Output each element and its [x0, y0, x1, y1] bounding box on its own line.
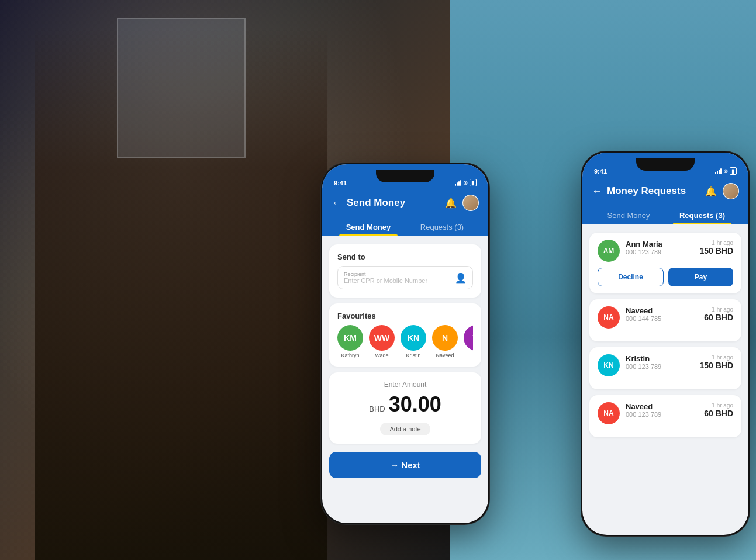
- request-item-naveed1: NA Naveed 000 144 785 1 hr ago 60 BHD: [589, 299, 741, 341]
- req-meta-naveed1: 1 hr ago 60 BHD: [704, 306, 733, 322]
- notification-icon[interactable]: 🔔: [445, 198, 457, 209]
- fav-item-w[interactable]: W W: [464, 325, 473, 358]
- request-item-naveed2: NA Naveed 000 123 789 1 hr ago 60 BHD: [589, 395, 741, 437]
- req-meta-naveed2: 1 hr ago 60 BHD: [704, 402, 733, 418]
- person-icon: 👤: [455, 272, 467, 284]
- amount-currency: BHD: [369, 405, 385, 413]
- phone1-time: 9:41: [334, 179, 347, 186]
- phone2-content: AM Ann Maria 000 123 789 1 hr ago 150 BH…: [582, 224, 748, 535]
- battery-icon2: ▮: [730, 167, 737, 175]
- fav-avatar-km: KM: [337, 325, 363, 351]
- req-time-ann: 1 hr ago: [699, 240, 733, 246]
- req-actions-ann: Decline Pay: [598, 268, 733, 286]
- avatar-image: [463, 195, 478, 210]
- wifi-icon: ⊗: [463, 179, 468, 186]
- request-top-naveed1: NA Naveed 000 144 785 1 hr ago 60 BHD: [598, 306, 733, 329]
- req-number-naveed1: 000 144 785: [626, 315, 698, 322]
- phone2-status-icons: ⊗ ▮: [715, 167, 737, 175]
- phone1-tabs: Send Money Requests (3): [322, 218, 488, 236]
- req-name-naveed2: Naveed: [626, 402, 698, 411]
- req-info-naveed1: Naveed 000 144 785: [626, 306, 698, 322]
- add-note-button[interactable]: Add a note: [380, 423, 430, 435]
- recipient-input-container[interactable]: Recipient Enter CPR or Mobile Number 👤: [337, 266, 473, 289]
- req-meta-kristin: 1 hr ago 150 BHD: [699, 354, 733, 370]
- phone2-header: ← Money Requests 🔔: [582, 178, 748, 206]
- phone1-header-right: 🔔: [445, 195, 479, 211]
- phone1-frame: 9:41 ⊗ ▮ ← Send Money: [320, 163, 490, 525]
- request-top-kristin: KN Kristin 000 123 789 1 hr ago 150 BHD: [598, 354, 733, 376]
- tab-send-money[interactable]: Send Money: [332, 218, 405, 236]
- phone2-screen: 9:41 ⊗ ▮ ← Money Requests: [582, 153, 748, 535]
- tab2-send-money[interactable]: Send Money: [592, 206, 665, 224]
- amount-value: 30.00: [389, 392, 441, 417]
- req-number-naveed2: 000 123 789: [626, 411, 698, 418]
- phone2-notch: [636, 158, 695, 171]
- req-info-ann: Ann Maria 000 123 789: [626, 240, 693, 255]
- req-name-naveed1: Naveed: [626, 306, 698, 315]
- req-amount-naveed1: 60 BHD: [704, 313, 733, 322]
- phone2-header-right: 🔔: [705, 183, 739, 199]
- fav-item-wade[interactable]: WW Wade: [369, 325, 395, 358]
- req-amount-kristin: 150 BHD: [699, 361, 733, 370]
- req-amount-ann: 150 BHD: [699, 246, 733, 255]
- phone1-header-left: ← Send Money: [332, 197, 405, 209]
- send-to-label: Send to: [337, 253, 473, 261]
- amount-card: Enter Amount BHD 30.00 Add a note: [329, 372, 481, 444]
- req-avatar-kn2: KN: [598, 354, 620, 376]
- phone1-content: Send to Recipient Enter CPR or Mobile Nu…: [322, 236, 488, 523]
- amount-label: Enter Amount: [337, 381, 473, 389]
- req-number-ann: 000 123 789: [626, 248, 693, 255]
- phone1-screen: 9:41 ⊗ ▮ ← Send Money: [322, 164, 488, 523]
- tab2-requests[interactable]: Requests (3): [665, 206, 739, 224]
- tab-requests[interactable]: Requests (3): [405, 218, 479, 236]
- decline-button-ann[interactable]: Decline: [598, 268, 664, 286]
- phone2-header-left: ← Money Requests: [592, 185, 686, 198]
- fav-item-kristin[interactable]: KN Kristin: [401, 325, 426, 358]
- req-time-naveed2: 1 hr ago: [704, 402, 733, 409]
- req-avatar-am: AM: [598, 240, 620, 262]
- wifi-icon2: ⊗: [723, 168, 728, 174]
- fav-name-kathryn: Kathryn: [341, 352, 359, 358]
- fav-item-kathryn[interactable]: KM Kathryn: [337, 325, 363, 358]
- window-decoration: [117, 18, 246, 158]
- phone1-status-icons: ⊗ ▮: [455, 179, 477, 186]
- req-name-kristin: Kristin: [626, 354, 693, 363]
- input-placeholder: Enter CPR or Mobile Number: [344, 277, 455, 284]
- req-info-kristin: Kristin 000 123 789: [626, 354, 693, 370]
- back-button2[interactable]: ←: [592, 185, 602, 198]
- amount-display: BHD 30.00: [337, 392, 473, 417]
- send-to-card: Send to Recipient Enter CPR or Mobile Nu…: [329, 244, 481, 298]
- fav-name-naveed: Naveed: [436, 352, 454, 358]
- phone2-title: Money Requests: [607, 185, 686, 197]
- fav-item-naveed[interactable]: N Naveed: [432, 325, 458, 358]
- phone1-notch: [376, 170, 434, 182]
- input-label: Recipient: [344, 271, 455, 277]
- back-button[interactable]: ←: [332, 197, 342, 209]
- fav-avatar-n: N: [432, 325, 458, 351]
- fav-name-kristin: Kristin: [406, 352, 420, 358]
- req-time-naveed1: 1 hr ago: [704, 306, 733, 313]
- input-inner: Recipient Enter CPR or Mobile Number: [344, 271, 455, 284]
- fav-avatar-w: W: [464, 325, 473, 351]
- fav-avatar-ww: WW: [369, 325, 395, 351]
- phone-send-money: 9:41 ⊗ ▮ ← Send Money: [320, 163, 490, 525]
- req-meta-ann: 1 hr ago 150 BHD: [699, 240, 733, 255]
- favourites-label: Favourites: [337, 312, 473, 320]
- request-item-kristin: KN Kristin 000 123 789 1 hr ago 150 BHD: [589, 347, 741, 389]
- signal-icon2: [715, 168, 722, 174]
- request-top-naveed2: NA Naveed 000 123 789 1 hr ago 60 BHD: [598, 402, 733, 424]
- avatar[interactable]: [462, 195, 479, 211]
- notification-icon2[interactable]: 🔔: [705, 186, 717, 197]
- pay-button-ann[interactable]: Pay: [668, 268, 733, 286]
- req-time-kristin: 1 hr ago: [699, 354, 733, 361]
- phone2-time: 9:41: [594, 168, 607, 175]
- request-item-ann: AM Ann Maria 000 123 789 1 hr ago 150 BH…: [589, 233, 741, 293]
- next-button[interactable]: → Next: [329, 452, 481, 478]
- req-avatar-na1: NA: [598, 306, 620, 329]
- favourites-card: Favourites KM Kathryn WW Wade KN Kristin: [329, 303, 481, 367]
- avatar2[interactable]: [723, 183, 739, 199]
- req-amount-naveed2: 60 BHD: [704, 409, 733, 418]
- favourites-row: KM Kathryn WW Wade KN Kristin N: [337, 325, 473, 358]
- phone2-tabs: Send Money Requests (3): [582, 206, 748, 224]
- req-number-kristin: 000 123 789: [626, 363, 693, 370]
